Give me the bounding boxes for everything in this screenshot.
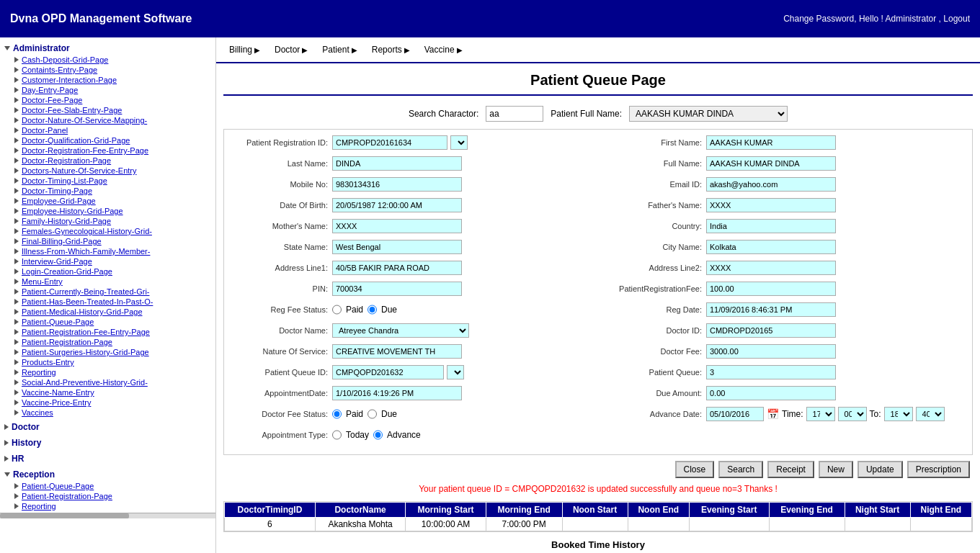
pin-input[interactable] — [332, 282, 462, 296]
sidebar-item-reporting[interactable]: Reporting — [0, 501, 215, 511]
new-button[interactable]: New — [819, 461, 853, 478]
sidebar-item[interactable]: Social-And-Preventive-History-Grid- — [0, 377, 215, 387]
city-input[interactable] — [706, 240, 836, 254]
nav-item-reports[interactable]: Reports ▶ — [365, 42, 417, 58]
timing-table-scroll[interactable]: DoctorTimingID DoctorName Morning Start … — [223, 501, 973, 532]
receipt-button[interactable]: Receipt — [767, 461, 814, 478]
update-button[interactable]: Update — [858, 461, 903, 478]
queue-id-select[interactable] — [447, 365, 464, 379]
reg-fee-paid-radio[interactable] — [332, 302, 342, 317]
nature-service-input[interactable] — [332, 344, 462, 359]
sidebar-item[interactable]: Patient-Surgeries-History-Grid-Page — [0, 347, 215, 357]
sidebar-item[interactable]: Patient-Has-Been-Treated-In-Past-O- — [0, 297, 215, 307]
time-hh-select[interactable]: 17 — [806, 407, 835, 421]
sidebar-item[interactable]: Doctors-Nature-Of-Service-Entry — [0, 166, 215, 176]
due-amount-input[interactable] — [706, 386, 836, 400]
sidebar-item[interactable]: Menu-Entry — [0, 276, 215, 287]
sidebar-item[interactable]: Login-Creation-Grid-Page — [0, 266, 215, 276]
sidebar-item[interactable]: Illness-From-Which-Family-Member- — [0, 246, 215, 256]
sidebar-item[interactable]: Doctor-Registration-Page — [0, 156, 215, 166]
sidebar-item[interactable]: Patient-Registration-Page — [0, 337, 215, 347]
sidebar-group-hr-title[interactable]: HR — [0, 452, 215, 465]
doctor-fee-due-radio[interactable] — [368, 407, 377, 421]
sidebar-item[interactable]: Reporting — [0, 367, 215, 377]
sidebar-item[interactable]: Doctor-Timing-List-Page — [0, 176, 215, 186]
patient-reg-id-input[interactable] — [332, 135, 447, 150]
nav-item-patient[interactable]: Patient ▶ — [315, 42, 364, 58]
sidebar-item[interactable]: Vaccine-Price-Entry — [0, 397, 215, 408]
sidebar-item[interactable]: Day-Entry-Page — [0, 85, 215, 95]
sidebar-scrollbar[interactable] — [0, 513, 215, 518]
sidebar-item[interactable]: Employee-Grid-Page — [0, 196, 215, 206]
dob-input[interactable] — [332, 198, 462, 212]
search-charactor-input[interactable] — [486, 106, 543, 122]
sidebar-group-administrator-title[interactable]: Administrator — [0, 42, 215, 55]
patient-queue-input[interactable] — [706, 365, 836, 379]
sidebar-item[interactable]: Customer-Interaction-Page — [0, 75, 215, 85]
logout-link[interactable]: Logout — [943, 14, 970, 24]
mobile-input[interactable] — [332, 177, 462, 192]
sidebar-item[interactable]: Interview-Grid-Page — [0, 256, 215, 266]
doctor-name-select[interactable]: Atreyee Chandra — [332, 323, 469, 338]
sidebar-group-reception-title[interactable]: Reception — [0, 468, 215, 481]
appt-date-input[interactable] — [332, 386, 462, 400]
sidebar-group-doctor-title[interactable]: Doctor — [0, 421, 215, 433]
calendar-icon[interactable]: 📅 — [767, 408, 779, 420]
doctor-id-input[interactable] — [706, 323, 836, 338]
address2-input[interactable] — [706, 261, 836, 275]
time-to-mm-select[interactable]: 40 — [916, 407, 945, 421]
doctor-fee-input[interactable] — [706, 344, 836, 359]
sidebar-group-history-title[interactable]: History — [0, 436, 215, 449]
sidebar-item-patient-queue[interactable]: Patient-Queue-Page — [0, 481, 215, 491]
advance-date-input[interactable] — [706, 407, 764, 421]
sidebar-item[interactable]: Patient-Registration-Fee-Entry-Page — [0, 327, 215, 337]
reg-fee-due-radio[interactable] — [368, 302, 377, 317]
sidebar-item-patient-reg[interactable]: Patient-Registration-Page — [0, 491, 215, 501]
patient-fullname-select[interactable]: AAKASH KUMAR DINDA — [629, 106, 788, 122]
reg-date-input[interactable] — [706, 302, 836, 317]
sidebar-item[interactable]: Products-Entry — [0, 357, 215, 367]
sidebar-item[interactable]: Containts-Entry-Page — [0, 65, 215, 75]
sidebar-item[interactable]: Vaccines — [0, 408, 215, 418]
hello-admin-link[interactable]: Hello ! Administrator — [859, 14, 936, 24]
prescription-button[interactable]: Prescription — [907, 461, 970, 478]
full-name-input[interactable] — [706, 156, 836, 171]
search-button[interactable]: Search — [718, 461, 763, 478]
sidebar-item[interactable]: Doctor-Qualification-Grid-Page — [0, 135, 215, 145]
sidebar-item[interactable]: Doctor-Timing-Page — [0, 186, 215, 196]
sidebar-item[interactable]: Doctor-Registration-Fee-Entry-Page — [0, 145, 215, 156]
fathers-name-input[interactable] — [706, 198, 836, 212]
sidebar-item[interactable]: Doctor-Panel — [0, 125, 215, 135]
sidebar-item[interactable]: Patient-Queue-Page — [0, 317, 215, 327]
email-input[interactable] — [706, 177, 836, 192]
sidebar-item[interactable]: Doctor-Fee-Slab-Entry-Page — [0, 105, 215, 115]
time-mm-select[interactable]: 00 — [838, 407, 867, 421]
sidebar-item[interactable]: Cash-Deposit-Grid-Page — [0, 55, 215, 65]
close-button[interactable]: Close — [675, 461, 715, 478]
sidebar-item[interactable]: Doctor-Fee-Page — [0, 95, 215, 105]
doctor-fee-paid-radio[interactable] — [332, 407, 342, 421]
reg-fee-input[interactable] — [706, 282, 836, 296]
queue-id-input[interactable] — [332, 365, 444, 379]
appt-advance-radio[interactable] — [373, 428, 383, 442]
address1-input[interactable] — [332, 261, 462, 275]
sidebar-item[interactable]: Employee-History-Grid-Page — [0, 206, 215, 216]
time-to-hh-select[interactable]: 18 — [884, 407, 913, 421]
appt-today-radio[interactable] — [332, 428, 342, 442]
last-name-input[interactable] — [332, 156, 462, 171]
first-name-input[interactable] — [706, 135, 836, 150]
state-input[interactable] — [332, 240, 462, 254]
patient-reg-id-select[interactable] — [450, 135, 468, 150]
mothers-name-input[interactable] — [332, 219, 462, 233]
country-input[interactable] — [706, 219, 836, 233]
sidebar-item[interactable]: Vaccine-Name-Entry — [0, 387, 215, 397]
nav-item-billing[interactable]: Billing ▶ — [222, 42, 267, 58]
sidebar-item[interactable]: Family-History-Grid-Page — [0, 216, 215, 226]
sidebar-item[interactable]: Patient-Currently-Being-Treated-Gri- — [0, 287, 215, 297]
nav-item-doctor[interactable]: Doctor ▶ — [267, 42, 315, 58]
sidebar-item[interactable]: Final-Billing-Grid-Page — [0, 236, 215, 246]
change-password-link[interactable]: Change Password — [783, 14, 854, 24]
sidebar-item[interactable]: Doctor-Nature-Of-Service-Mapping- — [0, 115, 215, 125]
sidebar-item[interactable]: Females-Gynecological-History-Grid- — [0, 226, 215, 236]
nav-item-vaccine[interactable]: Vaccine ▶ — [417, 42, 470, 58]
